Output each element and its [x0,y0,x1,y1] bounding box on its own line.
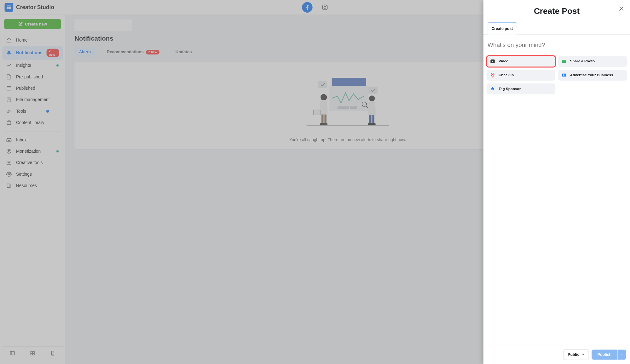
insights-icon [6,62,12,68]
svg-rect-53 [563,74,564,76]
close-icon [618,5,624,12]
sidebar: Create new Home Notifications 2 new Insi… [0,15,65,364]
panel-sub-tabs: Create post [483,22,630,35]
svg-point-31 [321,94,327,100]
svg-rect-22 [33,353,34,355]
attach-section: Video Share a Photo Check in Advertise Y… [483,54,630,100]
sidebar-item-settings[interactable]: Settings [2,168,63,180]
advertise-icon [561,72,567,78]
badge-new-count: 2 new [146,50,159,54]
sidebar-item-label: Monetization [16,149,41,154]
grid-apps-icon[interactable] [30,350,36,356]
sidebar-item-content-library[interactable]: Content library [2,117,63,128]
svg-rect-20 [33,351,34,353]
attach-video-button[interactable]: Video [487,56,555,67]
phone-icon[interactable] [50,350,56,356]
sidebar-item-label: Resources [16,183,37,188]
creative-icon [6,160,12,166]
svg-rect-10 [7,121,11,124]
sidebar-item-monetization[interactable]: Monetization [2,145,63,157]
svg-point-36 [323,123,328,125]
empty-state-text: You're all caught up! There are no new a… [289,137,406,142]
inbox-icon [6,137,12,143]
attach-checkin-button[interactable]: Check in [487,70,555,81]
svg-rect-48 [491,60,494,60]
create-new-button[interactable]: Create new [4,19,61,29]
svg-rect-41 [372,115,374,124]
visibility-selector-button[interactable]: Public [563,349,589,360]
svg-point-4 [326,6,327,6]
chevron-down-icon [582,353,585,356]
sidebar-item-tools[interactable]: Tools [2,105,63,117]
sidebar-item-label: Insights [16,63,31,68]
instagram-tab-icon[interactable] [322,4,328,10]
svg-rect-21 [31,353,32,355]
sidebar-item-resources[interactable]: Resources [2,180,63,191]
sidebar-item-home[interactable]: Home [2,35,63,46]
svg-point-43 [371,123,376,125]
sidebar-item-label: Published [16,86,35,91]
logo-wrap: Creator Studio [5,3,55,12]
sidebar-item-label: Content library [16,120,44,125]
sidebar-item-label: File management [16,97,50,102]
tab-recommendations[interactable]: Recommendations 2 new [102,47,164,57]
sub-tab-create-post[interactable]: Create post [488,22,517,35]
svg-rect-25 [332,78,366,86]
attach-label: Share a Photo [570,59,595,63]
svg-rect-32 [313,110,320,115]
app-title: Creator Studio [16,4,54,10]
sidebar-item-creative-tools[interactable]: Creative tools [2,157,63,168]
panel-header: Create Post [483,0,630,22]
attach-tag-sponsor-button[interactable]: Tag Sponsor [487,83,555,94]
attach-photo-button[interactable]: Share a Photo [558,56,627,67]
svg-rect-19 [31,351,32,353]
attach-label: Video [499,59,508,63]
create-new-label: Create new [25,22,47,26]
sidebar-item-inbox[interactable]: Inbox+ [2,134,63,145]
publish-button-group: Publish [592,350,626,360]
facebook-tab-icon[interactable] [302,2,312,13]
sidebar-item-label: Tools [16,109,26,114]
sidebar-item-label: Settings [16,172,32,177]
new-dot-icon [46,110,49,113]
redacted-page-selector[interactable] [74,20,132,31]
svg-rect-5 [7,87,11,90]
edit-icon [18,22,23,26]
create-post-panel: Create Post Create post Video Share a Ph… [483,0,630,364]
divider [4,131,61,132]
sidebar-item-label: Notifications [16,50,43,55]
wrench-icon [6,108,12,114]
empty-state-illustration [304,73,391,131]
attach-label: Advertise Your Business [570,73,613,77]
svg-rect-30 [368,87,378,94]
composer-area [483,35,630,54]
svg-point-14 [8,162,9,163]
svg-point-51 [492,74,493,75]
creator-studio-logo-icon [5,3,14,12]
tab-alerts[interactable]: Alerts [74,47,95,57]
svg-rect-34 [324,115,327,124]
svg-rect-33 [321,115,324,124]
collapse-sidebar-icon[interactable] [9,350,15,356]
visibility-label: Public [568,352,579,357]
sidebar-item-label: Inbox+ [16,137,29,142]
svg-rect-0 [7,5,11,6]
sidebar-item-notifications[interactable]: Notifications 2 new [2,46,63,60]
sidebar-item-prepublished[interactable]: Pre-published [2,71,63,82]
sidebar-item-published[interactable]: Published [2,82,63,94]
svg-rect-29 [318,81,327,88]
publish-button[interactable]: Publish [592,350,617,360]
photo-icon [561,59,567,64]
svg-rect-16 [7,184,10,188]
sponsor-icon [490,86,495,91]
attach-advertise-button[interactable]: Advertise Your Business [558,70,627,81]
gear-icon [6,171,12,177]
sidebar-item-file-management[interactable]: File management [2,94,63,105]
publish-dropdown-button[interactable] [617,350,626,360]
svg-point-3 [324,6,326,9]
sidebar-item-insights[interactable]: Insights [2,60,63,71]
composer-input[interactable] [488,37,626,54]
close-button[interactable] [618,5,624,12]
tab-updates[interactable]: Updates [171,47,196,57]
svg-point-50 [563,60,564,61]
